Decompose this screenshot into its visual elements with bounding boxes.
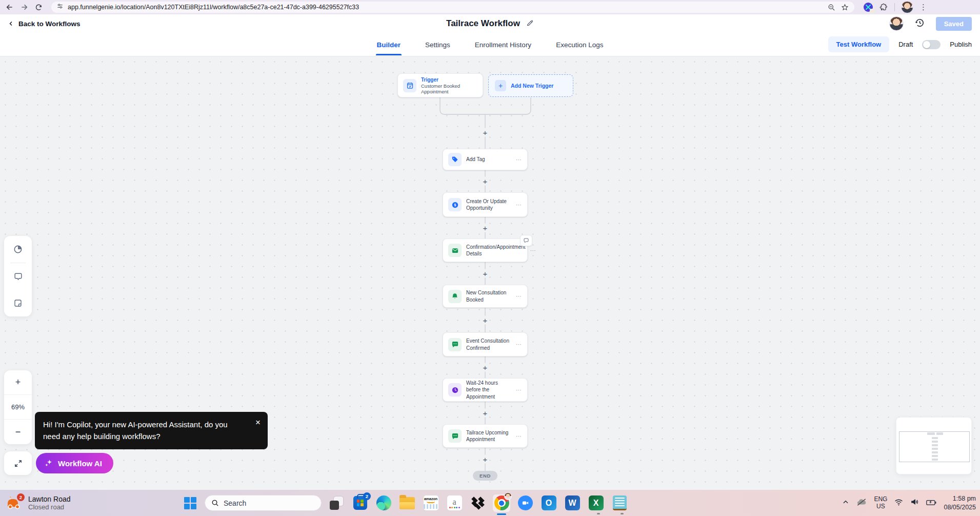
weather-traffic-widget[interactable]: ! 2 Lawton Road Closed road: [5, 490, 71, 516]
minimap[interactable]: [896, 417, 972, 474]
hidden-icons-chevron[interactable]: [842, 499, 849, 508]
publish-label: Publish: [950, 41, 972, 48]
node-tailrace-upcoming-appointment[interactable]: Tailrace Upcoming Appointment ⋯: [443, 424, 528, 448]
node-comment-badge-icon[interactable]: [520, 235, 532, 246]
tag-icon: [448, 153, 462, 166]
onedrive-paused-icon[interactable]: [856, 498, 867, 508]
node-event-consultation-confirmed[interactable]: Event Consultation Confirmed ⋯: [443, 332, 528, 356]
search-input[interactable]: [224, 499, 306, 507]
word-letter: W: [565, 495, 580, 510]
user-avatar[interactable]: [889, 16, 904, 31]
comments-icon[interactable]: [4, 263, 32, 290]
node-menu-button[interactable]: ⋯: [516, 341, 522, 348]
tab-builder[interactable]: Builder: [376, 34, 402, 55]
node-menu-button[interactable]: ⋯: [516, 433, 522, 440]
end-node: END: [473, 471, 497, 481]
alert-badge: 2: [17, 493, 25, 501]
zoom-app-icon[interactable]: [516, 494, 534, 512]
site-settings-icon[interactable]: [56, 3, 64, 12]
notepad-icon[interactable]: [611, 494, 628, 512]
add-step-button[interactable]: +: [482, 224, 489, 232]
add-step-button[interactable]: +: [482, 128, 489, 137]
node-confirmation-appointment-details[interactable]: Confirmation/Appointment Details ⋯: [443, 239, 528, 262]
stats-pie-icon[interactable]: [4, 236, 32, 263]
browser-menu-icon[interactable]: ⋮: [919, 3, 927, 12]
chrome-icon[interactable]: [493, 494, 510, 512]
add-step-button[interactable]: +: [482, 269, 489, 278]
clock-date[interactable]: 1:58 pm 08/05/2025: [944, 494, 976, 511]
node-add-tag[interactable]: Add Tag ⋯: [443, 149, 528, 170]
add-step-button[interactable]: +: [482, 316, 489, 325]
word-icon[interactable]: W: [564, 494, 581, 512]
notes-icon[interactable]: [4, 290, 32, 316]
node-menu-button[interactable]: ⋯: [516, 293, 522, 300]
volume-icon[interactable]: [910, 498, 919, 508]
node-menu-button[interactable]: ⋯: [516, 387, 522, 393]
browser-profile-avatar[interactable]: [901, 1, 913, 13]
extensions-puzzle-icon[interactable]: [879, 3, 888, 12]
battery-icon[interactable]: [926, 499, 936, 508]
add-step-button[interactable]: +: [482, 177, 489, 186]
workflow-ai-button[interactable]: Workflow AI: [36, 453, 113, 473]
workflow-tab-bar: Builder Settings Enrollment History Exec…: [0, 33, 980, 56]
sms-chat-icon: [448, 429, 462, 443]
taskbar-search[interactable]: [205, 495, 322, 511]
browser-reload-icon[interactable]: [34, 3, 43, 12]
publish-toggle[interactable]: [922, 40, 941, 49]
zoom-out-button[interactable]: −: [4, 420, 32, 444]
back-to-workflows-link[interactable]: Back to Workflows: [8, 20, 81, 28]
add-step-button[interactable]: +: [482, 409, 489, 418]
zoom-out-page-icon[interactable]: [827, 3, 836, 12]
node-label: Event Consultation Confirmed: [466, 338, 511, 351]
zoom-in-button[interactable]: +: [4, 370, 32, 395]
file-explorer-icon[interactable]: [398, 494, 416, 512]
node-menu-button[interactable]: ⋯: [530, 247, 536, 254]
edit-title-pencil-icon[interactable]: [526, 19, 534, 29]
browser-back-icon[interactable]: [5, 3, 14, 12]
node-create-or-update-opportunity[interactable]: $ Create Or Update Opportunity ⋯: [443, 192, 528, 217]
tab-settings[interactable]: Settings: [424, 34, 451, 55]
outlook-icon[interactable]: O: [540, 494, 557, 512]
canvas-tools-panel: [4, 236, 32, 316]
fit-to-screen-button[interactable]: [4, 451, 32, 475]
extension-pinned-icon[interactable]: [864, 3, 873, 12]
add-step-button[interactable]: +: [482, 363, 489, 372]
browser-forward-icon[interactable]: [19, 3, 29, 12]
node-new-consultation-booked[interactable]: New Consultation Booked ⋯: [443, 285, 528, 308]
add-step-button[interactable]: +: [482, 455, 489, 464]
trigger-node[interactable]: Trigger Customer Booked Appointment: [397, 73, 483, 97]
node-menu-button[interactable]: ⋯: [516, 202, 522, 208]
copilot-message: Hi! I'm Copilot, your new AI-powered Ass…: [43, 420, 228, 441]
version-history-icon[interactable]: [915, 18, 925, 30]
excel-icon[interactable]: X: [587, 494, 605, 512]
url-text[interactable]: app.funnelgenie.io/location/Aon8v120TXtE…: [68, 4, 359, 11]
node-wait-24-hours[interactable]: Wait-24 hours before the Appointment ⋯: [443, 378, 528, 402]
workflow-canvas[interactable]: Trigger Customer Booked Appointment + Ad…: [0, 56, 980, 490]
zoom-level: 69%: [4, 395, 32, 420]
amazon-wordmark: amazon: [424, 497, 437, 501]
wifi-icon[interactable]: [894, 499, 903, 508]
dropbox-icon[interactable]: [469, 494, 487, 512]
amazon-icon[interactable]: amazon: [422, 494, 439, 512]
language-switcher[interactable]: ENG US: [874, 496, 887, 510]
tab-enrollment-history[interactable]: Enrollment History: [474, 34, 532, 55]
node-menu-button[interactable]: ⋯: [516, 156, 522, 163]
saved-button[interactable]: Saved: [936, 17, 972, 31]
task-view-icon[interactable]: [328, 494, 345, 512]
store-badge: 2: [363, 492, 371, 500]
test-workflow-button[interactable]: Test Workflow: [828, 36, 890, 52]
add-new-trigger-button[interactable]: + Add New Trigger: [488, 74, 573, 97]
amazon-music-icon[interactable]: a: [446, 494, 463, 512]
tab-execution-logs[interactable]: Execution Logs: [555, 34, 604, 55]
add-new-trigger-label: Add New Trigger: [511, 83, 553, 89]
svg-text:!: !: [10, 497, 11, 500]
close-icon[interactable]: ×: [255, 416, 261, 429]
node-label: New Consultation Booked: [466, 289, 511, 303]
language-top: ENG: [874, 496, 887, 503]
start-button[interactable]: [182, 495, 198, 511]
trigger-subtitle: Customer Booked Appointment: [421, 83, 477, 94]
bookmark-star-icon[interactable]: [840, 3, 849, 12]
microsoft-store-icon[interactable]: 2: [351, 494, 369, 512]
address-bar[interactable]: app.funnelgenie.io/location/Aon8v120TXtE…: [51, 2, 854, 13]
edge-browser-icon[interactable]: [375, 494, 392, 512]
